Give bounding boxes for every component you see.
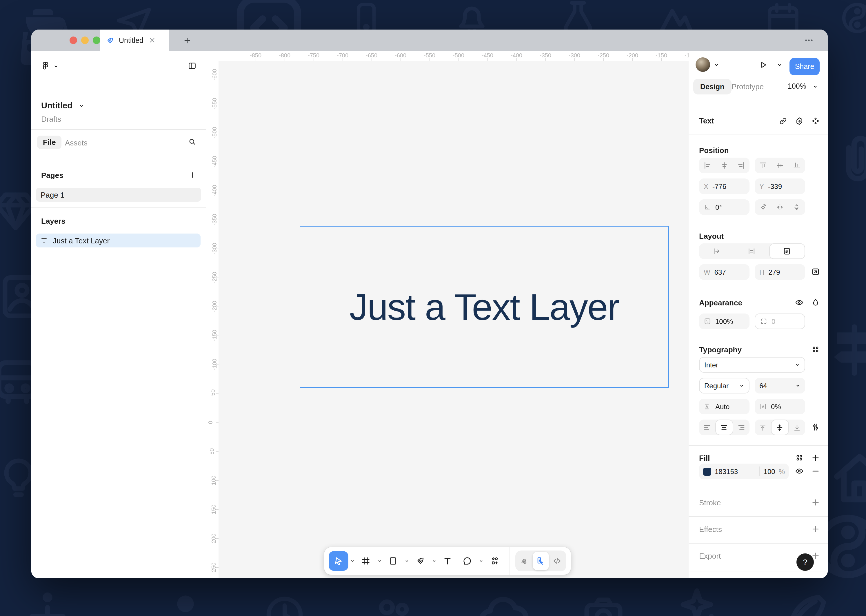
remove-fill-icon[interactable] xyxy=(811,467,820,476)
figma-logo-icon[interactable] xyxy=(41,61,50,70)
ruler-tick xyxy=(215,248,218,249)
traffic-minimize-button[interactable] xyxy=(81,36,89,44)
text-valign-bottom-button[interactable] xyxy=(789,420,805,435)
file-location[interactable]: Drafts xyxy=(41,115,61,123)
tab-prototype[interactable]: Prototype xyxy=(731,82,764,91)
styles-icon[interactable] xyxy=(811,116,820,126)
opacity-field[interactable]: 100% xyxy=(699,314,750,329)
text-align-right-button[interactable] xyxy=(733,420,750,435)
frame-tool-button[interactable] xyxy=(356,551,376,571)
tab-file[interactable]: File xyxy=(37,135,62,149)
present-menu-chevron-icon[interactable] xyxy=(777,62,783,68)
create-component-icon[interactable] xyxy=(795,116,804,126)
fill-styles-icon[interactable] xyxy=(795,453,804,462)
comment-tool-menu[interactable] xyxy=(477,551,485,571)
new-tab-button[interactable] xyxy=(177,30,198,51)
corner-radius-field[interactable]: 0 xyxy=(755,314,805,329)
add-effect-icon[interactable] xyxy=(811,525,820,534)
flip-horizontal-icon xyxy=(776,203,784,212)
zoom-level[interactable]: 100% xyxy=(788,82,806,90)
shape-tool-button[interactable] xyxy=(383,551,403,571)
font-weight-select[interactable]: Regular xyxy=(699,378,750,393)
canvas[interactable]: Just a Text Layer -850-800-750-700-650-6… xyxy=(206,51,688,578)
dev-mode-button[interactable] xyxy=(533,552,549,570)
chevron-down-icon[interactable] xyxy=(53,64,58,69)
file-name[interactable]: Untitled xyxy=(41,101,72,110)
type-styles-icon[interactable] xyxy=(811,345,820,354)
toggle-sidebar-icon[interactable] xyxy=(188,61,196,70)
rotation-field[interactable]: 0° xyxy=(699,200,750,215)
shape-tool-menu[interactable] xyxy=(403,551,410,571)
chevron-down-icon xyxy=(432,559,436,563)
zoom-menu-chevron-icon[interactable] xyxy=(813,84,818,89)
x-position-field[interactable]: X -776 xyxy=(699,179,750,194)
visibility-eye-icon[interactable] xyxy=(795,298,804,307)
pen-tool-button[interactable] xyxy=(410,551,430,571)
fill-visibility-eye-icon[interactable] xyxy=(795,467,804,476)
fill-color-row[interactable]: 183153 100 % xyxy=(699,464,789,479)
font-family-select[interactable]: Inter xyxy=(699,357,805,372)
selected-text-layer[interactable]: Just a Text Layer xyxy=(300,226,669,388)
rotate-button[interactable] xyxy=(755,200,772,215)
text-valign-middle-button[interactable] xyxy=(771,420,789,435)
align-v-center-button[interactable] xyxy=(772,158,788,173)
letter-spacing-field[interactable]: 0% xyxy=(755,399,805,414)
tab-assets[interactable]: Assets xyxy=(65,138,88,147)
present-button[interactable] xyxy=(759,61,767,69)
text-align-center-button[interactable] xyxy=(715,420,733,435)
window-menu-button[interactable] xyxy=(797,30,821,51)
text-layout-button[interactable] xyxy=(769,244,805,259)
page-item[interactable]: Page 1 xyxy=(36,188,201,202)
align-top-button[interactable] xyxy=(755,158,772,173)
chevron-down-icon[interactable] xyxy=(714,62,719,68)
align-bottom-button[interactable] xyxy=(788,158,805,173)
y-position-field[interactable]: Y -339 xyxy=(755,179,805,194)
code-mode-button[interactable] xyxy=(549,552,565,570)
fill-opacity-value[interactable]: 100 xyxy=(764,467,775,476)
comment-tool-button[interactable] xyxy=(457,551,477,571)
rectangle-icon xyxy=(388,556,398,566)
align-right-button[interactable] xyxy=(733,158,750,173)
tab-design[interactable]: Design xyxy=(693,79,731,94)
tab-untitled[interactable]: Untitled xyxy=(100,30,169,51)
add-fill-icon[interactable] xyxy=(811,453,820,462)
line-height-field[interactable]: Auto xyxy=(699,399,750,414)
fill-hex-value[interactable]: 183153 xyxy=(715,467,738,476)
text-valign-top-button[interactable] xyxy=(755,420,771,435)
share-button[interactable]: Share xyxy=(789,58,820,75)
chevron-down-icon[interactable] xyxy=(79,103,84,108)
close-tab-icon[interactable] xyxy=(149,37,156,44)
avatar[interactable] xyxy=(696,57,710,72)
resize-to-fit-icon[interactable] xyxy=(811,267,820,277)
move-tool-menu[interactable] xyxy=(348,551,356,571)
hug-contents-button[interactable] xyxy=(699,244,734,259)
chevron-down-icon[interactable] xyxy=(795,383,800,388)
traffic-zoom-button[interactable] xyxy=(93,36,100,44)
align-left-button[interactable] xyxy=(699,158,716,173)
ellipsis-icon xyxy=(804,35,814,45)
move-tool-button[interactable] xyxy=(328,551,348,571)
draw-mode-button[interactable] xyxy=(517,552,533,570)
font-size-field[interactable]: 64 xyxy=(755,378,805,393)
copy-link-icon[interactable] xyxy=(778,116,788,126)
width-field[interactable]: W 637 xyxy=(699,264,750,280)
traffic-close-button[interactable] xyxy=(69,36,77,44)
search-icon[interactable] xyxy=(188,137,196,146)
flip-horizontal-button[interactable] xyxy=(772,200,788,215)
add-stroke-icon[interactable] xyxy=(811,498,820,507)
actions-button[interactable] xyxy=(485,551,504,571)
layer-item[interactable]: Just a Text Layer xyxy=(36,234,201,247)
help-button[interactable]: ? xyxy=(797,553,814,571)
text-align-left-button[interactable] xyxy=(699,420,715,435)
auto-layout-button[interactable] xyxy=(734,244,769,259)
height-field[interactable]: H 279 xyxy=(755,264,805,280)
add-page-icon[interactable] xyxy=(189,171,196,179)
align-h-center-button[interactable] xyxy=(716,158,733,173)
type-settings-icon[interactable] xyxy=(811,423,820,432)
blend-drop-icon[interactable] xyxy=(811,298,820,307)
text-tool-button[interactable] xyxy=(438,551,457,571)
frame-tool-menu[interactable] xyxy=(376,551,383,571)
fill-swatch[interactable] xyxy=(703,467,711,476)
pen-tool-menu[interactable] xyxy=(430,551,438,571)
flip-vertical-button[interactable] xyxy=(788,200,805,215)
